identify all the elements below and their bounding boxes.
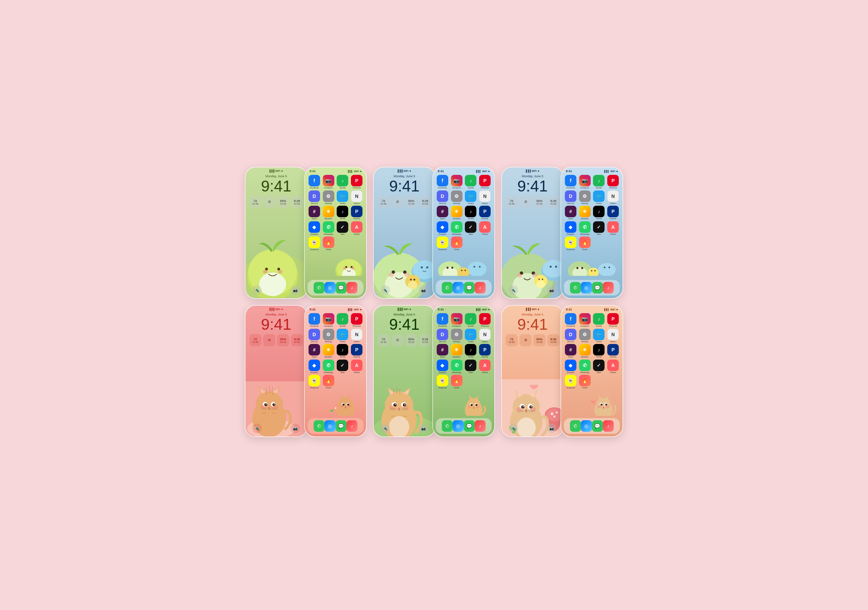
app-dropbox[interactable]: ◆Dropbox — [307, 359, 321, 374]
app-instagram[interactable]: 📷Instagram — [322, 175, 335, 189]
app-facebook[interactable]: fFacebook — [564, 313, 577, 327]
app-airbnb[interactable]: AAirbnb — [350, 359, 363, 374]
app-airbnb[interactable]: AAirbnb — [606, 359, 620, 374]
app-pinterest[interactable]: PPinterest — [606, 313, 620, 327]
dock-phone[interactable]: ✆ — [442, 420, 453, 432]
lock-flashlight-btn-peach[interactable]: 🔦 — [508, 424, 518, 433]
app-weather[interactable]: ☀Weather — [578, 206, 592, 220]
app-slack[interactable]: #Slack — [307, 206, 321, 220]
app-twitter[interactable]: 🐦Twitter — [336, 329, 350, 343]
app-tinder[interactable]: 🔥Tinder — [450, 375, 463, 389]
app-discord[interactable]: DDiscord — [307, 190, 321, 205]
app-whatsapp[interactable]: ✆Whatsapp — [578, 221, 592, 235]
app-twitter[interactable]: 🐦Twitter — [592, 329, 606, 343]
app-discord[interactable]: DDiscord — [307, 329, 321, 343]
app-notion[interactable]: NNotion — [350, 329, 363, 343]
app-discord[interactable]: DDiscord — [436, 329, 449, 343]
lock-camera-btn-peach[interactable]: 📷 — [547, 424, 556, 433]
app-spotify[interactable]: ♪Spotify — [336, 313, 350, 327]
app-slack[interactable]: #Slack — [564, 206, 577, 220]
dock-phone[interactable]: ✆ — [442, 282, 453, 294]
app-snapchat[interactable]: 👻Snapchat — [564, 375, 577, 389]
app-dropbox[interactable]: ◆Dropbox — [564, 359, 577, 374]
app-airbnb[interactable]: AAirbnb — [350, 221, 363, 235]
dock-messages[interactable]: 💬 — [592, 420, 603, 432]
app-airbnb[interactable]: AAirbnb — [478, 359, 491, 374]
app-settings[interactable]: ⚙Settings — [578, 190, 592, 205]
app-tinder[interactable]: 🔥Tinder — [450, 237, 463, 251]
lock-camera-btn[interactable]: 📷 — [291, 285, 300, 295]
lock-camera-btn-blue2[interactable]: 📷 — [547, 285, 556, 295]
app-dropbox[interactable]: ◆Dropbox — [436, 359, 449, 374]
app-nike[interactable]: ✓Nike — [592, 359, 606, 374]
app-slack[interactable]: #Slack — [436, 344, 449, 358]
app-twitter[interactable]: 🐦Twitter — [336, 190, 350, 205]
app-nike[interactable]: ✓Nike — [464, 359, 478, 374]
dock-music[interactable]: ♪ — [603, 420, 614, 432]
app-settings[interactable]: ⚙Settings — [578, 329, 592, 343]
app-twitter[interactable]: 🐦Twitter — [464, 190, 478, 205]
app-discord[interactable]: DDiscord — [436, 190, 449, 205]
dock-safari[interactable]: ◎ — [453, 282, 463, 294]
app-spotify[interactable]: ♪Spotify — [592, 175, 606, 189]
app-spotify[interactable]: ♪Spotify — [336, 175, 350, 189]
app-tinder[interactable]: 🔥Tinder — [322, 375, 335, 389]
app-tiktok[interactable]: ♪TikTok — [592, 344, 606, 358]
dock-music[interactable]: ♪ — [475, 282, 485, 294]
app-whatsapp[interactable]: ✆Whatsapp — [322, 359, 335, 374]
app-notion[interactable]: NNotion — [478, 190, 491, 205]
app-weather[interactable]: ☀Weather — [450, 206, 463, 220]
app-paypal[interactable]: PPayPal — [350, 206, 363, 220]
app-pinterest[interactable]: PPinterest — [350, 313, 363, 327]
app-snapchat[interactable]: 👻Snapchat — [564, 237, 577, 251]
app-facebook[interactable]: fFacebook — [307, 313, 321, 327]
app-discord[interactable]: DDiscord — [564, 190, 577, 205]
app-pinterest[interactable]: PPinterest — [350, 175, 363, 189]
app-instagram[interactable]: 📷Instagram — [578, 175, 592, 189]
lock-camera-btn-green2[interactable]: 📷 — [419, 424, 428, 433]
lock-flashlight-btn-blue[interactable]: 🔦 — [380, 285, 390, 295]
app-weather[interactable]: ☀Weather — [450, 344, 463, 358]
app-facebook[interactable]: fFacebook — [436, 313, 449, 327]
app-instagram[interactable]: 📷Instagram — [322, 313, 335, 327]
app-nike[interactable]: ✓Nike — [464, 221, 478, 235]
app-whatsapp[interactable]: ✆Whatsapp — [450, 221, 463, 235]
app-facebook[interactable]: fFacebook — [307, 175, 321, 189]
app-twitter[interactable]: 🐦Twitter — [464, 329, 478, 343]
app-weather[interactable]: ☀Weather — [322, 206, 335, 220]
app-snapchat[interactable]: 👻Snapchat — [436, 237, 449, 251]
lock-camera-btn-blue[interactable]: 📷 — [419, 285, 428, 295]
app-pinterest[interactable]: PPinterest — [478, 313, 491, 327]
dock-phone[interactable]: ✆ — [314, 420, 324, 432]
dock-safari[interactable]: ◎ — [581, 282, 592, 294]
dock-music[interactable]: ♪ — [603, 282, 614, 294]
dock-phone[interactable]: ✆ — [570, 282, 581, 294]
lock-flashlight-btn-pink[interactable]: 🔦 — [252, 424, 262, 433]
dock-music[interactable]: ♪ — [347, 420, 357, 432]
app-settings[interactable]: ⚙Settings — [450, 329, 463, 343]
lock-camera-btn-pink[interactable]: 📷 — [291, 424, 300, 433]
app-tinder[interactable]: 🔥Tinder — [322, 237, 335, 251]
app-discord[interactable]: DDiscord — [564, 329, 577, 343]
app-settings[interactable]: ⚙Settings — [322, 190, 335, 205]
app-spotify[interactable]: ♪Spotify — [464, 175, 478, 189]
dock-music[interactable]: ♪ — [347, 282, 357, 294]
app-instagram[interactable]: 📷Instagram — [578, 313, 592, 327]
app-notion[interactable]: NNotion — [478, 329, 491, 343]
app-tiktok[interactable]: ♪TikTok — [464, 206, 478, 220]
dock-messages[interactable]: 💬 — [336, 282, 347, 294]
app-whatsapp[interactable]: ✆Whatsapp — [450, 359, 463, 374]
app-tiktok[interactable]: ♪TikTok — [592, 206, 606, 220]
app-airbnb[interactable]: AAirbnb — [478, 221, 491, 235]
app-nike[interactable]: ✓Nike — [336, 359, 350, 374]
app-airbnb[interactable]: AAirbnb — [606, 221, 620, 235]
app-slack[interactable]: #Slack — [436, 206, 449, 220]
app-paypal[interactable]: PPayPal — [478, 206, 491, 220]
app-instagram[interactable]: 📷Instagram — [450, 175, 463, 189]
app-dropbox[interactable]: ◆Dropbox — [307, 221, 321, 235]
dock-messages[interactable]: 💬 — [336, 420, 347, 432]
app-twitter[interactable]: 🐦Twitter — [592, 190, 606, 205]
dock-safari[interactable]: ◎ — [324, 282, 335, 294]
dock-messages[interactable]: 💬 — [464, 282, 475, 294]
app-paypal[interactable]: PPayPal — [606, 344, 620, 358]
